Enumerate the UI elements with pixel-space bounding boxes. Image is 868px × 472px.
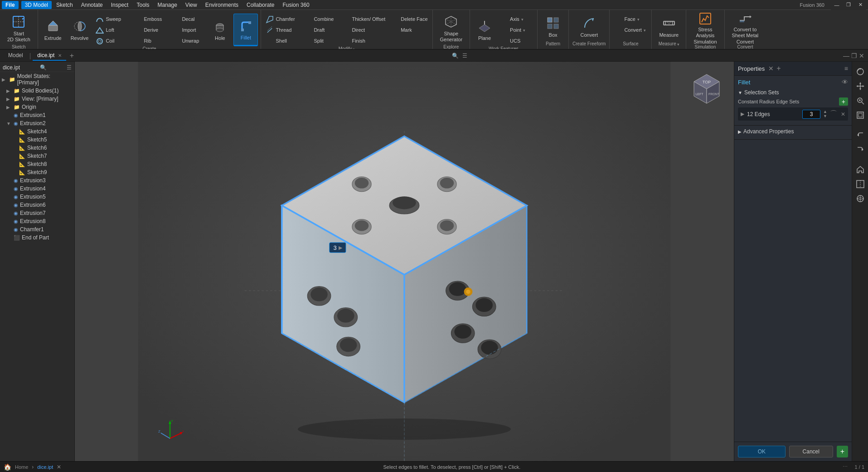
status-expand-btn[interactable]: ⋯ xyxy=(843,464,848,470)
zoom-btn[interactable] xyxy=(854,94,867,107)
unwrap-btn[interactable]: Unwrap xyxy=(170,36,206,46)
home-nav-label[interactable]: Home xyxy=(15,464,28,470)
expand-origin[interactable]: ▶ xyxy=(6,105,12,110)
add-edge-set-btn[interactable]: + xyxy=(839,97,848,106)
sketch-menu[interactable]: Sketch xyxy=(53,1,77,9)
manage-menu[interactable]: Manage xyxy=(154,1,180,9)
coil-btn[interactable]: Coil xyxy=(94,36,130,46)
collaborate-menu[interactable]: Collaborate xyxy=(243,1,278,9)
sidebar-item-chamfer1[interactable]: ◉ Chamfer1 xyxy=(0,225,74,234)
revolve-btn[interactable]: Revolve xyxy=(67,14,92,46)
fusion360-menu[interactable]: Fusion 360 xyxy=(279,1,313,9)
direct-btn[interactable]: Direct xyxy=(340,25,387,35)
ucs-btn[interactable]: UCS xyxy=(498,36,534,46)
tab-add-btn[interactable]: + xyxy=(68,52,76,60)
sidebar-item-extrusion4[interactable]: ◉ Extrusion4 xyxy=(0,185,74,193)
expand-model-states[interactable]: ▶ xyxy=(2,77,7,82)
fit-btn[interactable] xyxy=(854,109,867,122)
maximize-btn[interactable]: ❐ xyxy=(843,0,854,10)
dice-tab-close[interactable]: ✕ xyxy=(58,53,62,58)
decal-btn[interactable]: Decal xyxy=(170,15,206,24)
close-btn[interactable]: ✕ xyxy=(854,0,866,10)
3d-model-menu[interactable]: 3D Model xyxy=(21,1,52,9)
sidebar-search-btn[interactable]: 🔍 xyxy=(40,64,47,71)
face-btn[interactable]: Face ▾ xyxy=(612,15,649,24)
convert-freeform-btn[interactable]: Convert xyxy=(577,12,601,41)
input-expand-btn[interactable]: ▶ xyxy=(339,245,342,251)
finish-btn[interactable]: Finish xyxy=(340,36,387,46)
sidebar-item-extrusion2[interactable]: ▼ ◉ Extrusion2 xyxy=(0,119,74,127)
import-btn[interactable]: Import xyxy=(170,25,206,35)
properties-add-btn[interactable]: + xyxy=(776,64,781,73)
shape-generator-btn[interactable]: ShapeGenerator xyxy=(436,12,466,44)
hole-btn[interactable]: Hole xyxy=(208,14,232,46)
sidebar-item-sketch7[interactable]: 📐 Sketch7 xyxy=(0,152,74,160)
sidebar-item-extrusion7[interactable]: ◉ Extrusion7 xyxy=(0,209,74,217)
advanced-properties-header[interactable]: ▶ Advanced Properties xyxy=(738,128,848,135)
fillet-btn[interactable]: Fillet xyxy=(233,14,258,46)
loft-btn[interactable]: Loft xyxy=(94,25,130,35)
fillet-eye-btn[interactable]: 👁 xyxy=(842,78,848,86)
plane-btn[interactable]: Plane xyxy=(473,14,496,46)
expand-extrusion2[interactable]: ▼ xyxy=(6,121,12,126)
expand-solid-bodies[interactable]: ▶ xyxy=(6,88,12,93)
sidebar-item-sketch6[interactable]: 📐 Sketch6 xyxy=(0,144,74,152)
point-btn[interactable]: Point ▾ xyxy=(498,25,534,35)
edge-value-input[interactable] xyxy=(802,110,820,119)
home-btn[interactable] xyxy=(854,163,867,176)
ok-btn[interactable]: OK xyxy=(738,446,786,457)
combine-btn[interactable]: Combine xyxy=(302,15,338,24)
cancel-btn[interactable]: Cancel xyxy=(789,446,833,457)
axis-btn[interactable]: Axis ▾ xyxy=(498,15,534,24)
view-menu[interactable]: View xyxy=(182,1,201,9)
redo-btn[interactable] xyxy=(854,143,867,156)
pan-btn[interactable] xyxy=(854,80,867,92)
orbit-btn[interactable] xyxy=(854,65,867,78)
sidebar-item-sketch8[interactable]: 📐 Sketch8 xyxy=(0,160,74,168)
model-tab[interactable]: Model xyxy=(4,51,28,61)
sidebar-item-extrusion6[interactable]: ◉ Extrusion6 xyxy=(0,201,74,209)
edge-arrow-up[interactable]: ▲ xyxy=(823,110,827,114)
selection-sets-header[interactable]: ▼ Selection Sets xyxy=(738,89,848,96)
display-btn[interactable] xyxy=(854,192,867,205)
thicken-offset-btn[interactable]: Thicken/ Offset xyxy=(340,15,387,24)
sidebar-item-view[interactable]: ▶ 📁 View: [Primary] xyxy=(0,95,74,103)
viewport[interactable]: 3 ▶ Y X Z xyxy=(75,62,734,461)
chamfer-btn[interactable]: Chamfer xyxy=(264,15,300,24)
file-menu[interactable]: File xyxy=(2,1,19,9)
inspect-menu[interactable]: Inspect xyxy=(107,1,132,9)
section-btn[interactable] xyxy=(854,178,867,190)
extrude-btn[interactable]: Extrude xyxy=(41,14,65,46)
tools-menu[interactable]: Tools xyxy=(133,1,153,9)
dice-nav-label[interactable]: dice.ipt xyxy=(37,464,53,470)
sidebar-item-sketch5[interactable]: 📐 Sketch5 xyxy=(0,136,74,144)
emboss-btn[interactable]: Emboss xyxy=(132,15,168,24)
thread-btn[interactable]: Thread xyxy=(264,25,300,35)
sidebar-item-extrusion1[interactable]: ◉ Extrusion1 xyxy=(0,111,74,119)
sidebar-item-end-of-part[interactable]: ⬛ End of Part xyxy=(0,234,74,242)
dice-tab[interactable]: dice.ipt ✕ xyxy=(33,51,66,61)
convert-sheet-metal-btn[interactable]: Convert toSheet MetalConvert xyxy=(728,12,762,44)
sidebar-item-extrusion5[interactable]: ◉ Extrusion5 xyxy=(0,193,74,201)
tab-search-btn[interactable]: 🔍 xyxy=(452,53,459,59)
properties-close-btn[interactable]: ✕ xyxy=(768,65,774,72)
viewcube[interactable]: TOP LEFT FRONT xyxy=(689,71,725,107)
annotate-menu[interactable]: Annotate xyxy=(78,1,107,9)
surface-convert-btn[interactable]: Convert ▾ xyxy=(612,25,649,35)
sidebar-item-extrusion8[interactable]: ◉ Extrusion8 xyxy=(0,217,74,225)
plus-btn[interactable]: + xyxy=(837,446,848,457)
sidebar-item-sketch4[interactable]: 📐 Sketch4 xyxy=(0,127,74,136)
start-2d-sketch-btn[interactable]: Start2D Sketch xyxy=(4,12,34,44)
box-pattern-btn[interactable]: Box xyxy=(541,12,565,41)
sidebar-item-sketch9[interactable]: 📐 Sketch9 xyxy=(0,168,74,176)
delete-face-btn[interactable]: Delete Face xyxy=(389,15,429,24)
measure-btn[interactable]: Measure xyxy=(655,12,682,41)
sidebar-item-extrusion3[interactable]: ◉ Extrusion3 xyxy=(0,176,74,185)
mark-btn[interactable]: Mark xyxy=(389,25,429,35)
split-btn[interactable]: Split xyxy=(302,36,338,46)
derive-btn[interactable]: Derive xyxy=(132,25,168,35)
measure-dropdown[interactable]: ▾ xyxy=(677,42,679,47)
expand-view[interactable]: ▶ xyxy=(6,97,12,102)
undo-btn[interactable] xyxy=(854,129,867,141)
properties-menu-btn[interactable]: ≡ xyxy=(844,65,848,72)
